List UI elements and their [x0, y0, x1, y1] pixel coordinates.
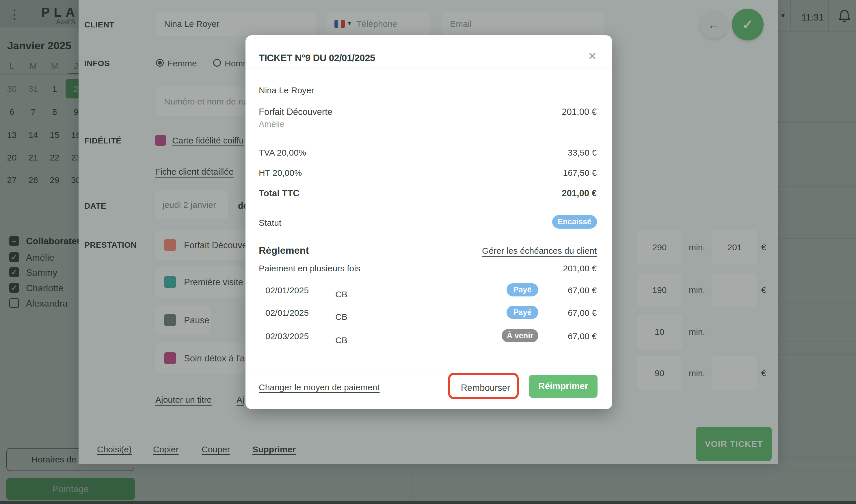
manage-installments-link[interactable]: Gérer les échéances du client: [452, 246, 597, 256]
close-icon[interactable]: ✕: [588, 50, 597, 62]
payment-method: CB: [335, 336, 347, 345]
status-badge: Encaissé: [552, 215, 597, 229]
divider: [246, 368, 612, 369]
change-payment-method-link[interactable]: Changer le moyen de paiement: [259, 382, 380, 392]
tva-label: TVA 20,00%: [259, 148, 306, 158]
app-screen: ⋮ PLANITY Axel'S Janvier 2025 L M M J 30…: [0, 0, 856, 504]
payment-date: 02/01/2025: [265, 308, 309, 318]
statut-label: Statut: [259, 218, 281, 228]
ticket-item-price: 201,00 €: [510, 107, 597, 117]
ticket-modal: TICKET N°9 DU 02/01/2025 ✕ Nina Le Royer…: [246, 35, 612, 409]
payment-plan-total: 201,00 €: [510, 264, 597, 273]
tva-value: 33,50 €: [510, 148, 597, 158]
ticket-item-name: Forfait Découverte: [259, 107, 333, 117]
reprint-button-label: Réimprimer: [538, 381, 588, 392]
divider: [246, 68, 612, 68]
payment-plan-label: Paiement en plusieurs fois: [259, 264, 360, 273]
total-value: 201,00 €: [510, 188, 597, 199]
ticket-modal-title: TICKET N°9 DU 02/01/2025: [259, 53, 375, 64]
reglement-title: Règlement: [259, 245, 309, 256]
ht-value: 167,50 €: [510, 168, 597, 178]
ticket-item-staff: Amélie: [259, 120, 284, 129]
reprint-button[interactable]: Réimprimer: [529, 375, 598, 398]
payment-method: CB: [335, 312, 347, 322]
ticket-client-name: Nina Le Royer: [259, 86, 314, 95]
total-label: Total TTC: [259, 188, 300, 199]
payment-method: CB: [335, 289, 347, 299]
payment-amount: 67,00 €: [510, 308, 597, 318]
payment-date: 02/03/2025: [265, 331, 309, 341]
payment-date: 02/01/2025: [265, 286, 309, 295]
payment-amount: 67,00 €: [510, 331, 597, 341]
status-badge-label: Encaissé: [558, 217, 591, 226]
refund-highlight-annotation: [448, 373, 519, 399]
ht-label: HT 20,00%: [259, 168, 302, 178]
payment-amount: 67,00 €: [510, 286, 597, 295]
